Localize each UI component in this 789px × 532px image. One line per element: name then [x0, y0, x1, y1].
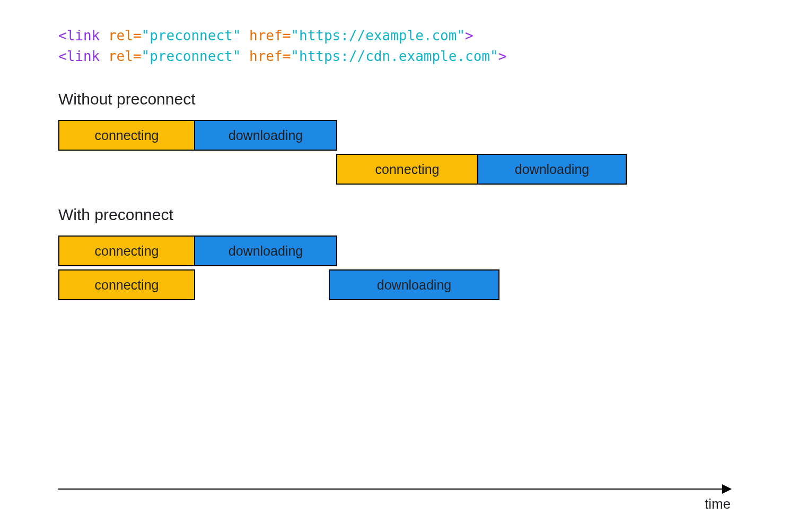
time-axis: time — [58, 489, 731, 490]
axis-label: time — [705, 496, 731, 512]
arrow-right-icon — [722, 484, 732, 494]
code-tag-open: <link — [58, 28, 108, 43]
code-val-rel: "preconnect" — [142, 48, 250, 64]
code-line-1: <link rel="preconnect" href="https://exa… — [58, 25, 731, 46]
code-attr-rel: rel= — [108, 28, 142, 43]
section-title: Without preconnect — [58, 90, 731, 108]
code-attr-href: href= — [249, 48, 291, 64]
code-tag-open: <link — [58, 48, 108, 64]
code-tag-close: > — [498, 48, 507, 64]
code-val-href: "https://cdn.example.com" — [291, 48, 498, 64]
code-val-href: "https://example.com" — [291, 28, 465, 43]
timeline-row: connecting downloading — [58, 236, 627, 266]
timeline-row: connecting downloading — [58, 269, 627, 300]
bar-downloading: downloading — [329, 269, 499, 300]
section-title: With preconnect — [58, 206, 731, 224]
bar-connecting: connecting — [58, 120, 195, 151]
bar-connecting: connecting — [58, 269, 195, 300]
timeline-without: connecting downloading connecting downlo… — [58, 120, 627, 185]
code-attr-rel: rel= — [108, 48, 142, 64]
code-line-2: <link rel="preconnect" href="https://cdn… — [58, 46, 731, 67]
section-with-preconnect: With preconnect connecting downloading c… — [58, 206, 731, 300]
timeline-with: connecting downloading connecting downlo… — [58, 236, 627, 300]
timeline-row: connecting downloading — [58, 120, 627, 151]
timeline-row: connecting downloading — [58, 154, 627, 185]
code-snippet: <link rel="preconnect" href="https://exa… — [58, 25, 731, 67]
bar-downloading: downloading — [194, 236, 337, 266]
code-tag-close: > — [465, 28, 474, 43]
code-attr-href: href= — [249, 28, 291, 43]
bar-connecting: connecting — [336, 154, 478, 185]
section-without-preconnect: Without preconnect connecting downloadin… — [58, 90, 731, 185]
bar-downloading: downloading — [477, 154, 627, 185]
bar-downloading: downloading — [194, 120, 337, 151]
code-val-rel: "preconnect" — [142, 28, 250, 43]
axis-line — [58, 489, 731, 490]
bar-connecting: connecting — [58, 236, 195, 266]
